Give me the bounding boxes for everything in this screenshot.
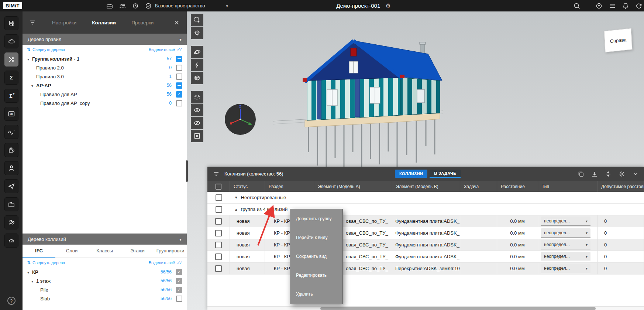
checkbox[interactable] <box>176 65 182 71</box>
caret-icon[interactable] <box>27 269 32 275</box>
menu-list-icon[interactable] <box>609 2 616 10</box>
duplicate-icon[interactable] <box>578 171 584 177</box>
checkbox[interactable] <box>176 287 182 293</box>
notifications-icon[interactable] <box>622 2 629 10</box>
tree-item[interactable]: Slab 56/56 <box>23 294 187 303</box>
column-element-a[interactable]: Элемент (Модель A) <box>314 181 392 192</box>
column-allowed-distance[interactable]: Допустимое расстояние <box>597 181 644 192</box>
dashboard-tool[interactable] <box>4 234 18 248</box>
collapse-icon[interactable] <box>235 207 237 212</box>
panel-resize-handle[interactable] <box>186 160 188 182</box>
team-icon[interactable] <box>119 2 126 10</box>
sum-add-tool[interactable]: Σ+ <box>4 89 18 103</box>
table-row[interactable]: новая КР - КР овая_СВС_по_ТУ_ Фундаментн… <box>207 239 644 251</box>
checkbox[interactable] <box>176 91 182 98</box>
caret-icon[interactable] <box>31 83 36 88</box>
plugins-tool[interactable] <box>4 143 18 157</box>
checkbox[interactable] <box>176 56 182 62</box>
select-window-icon[interactable] <box>191 14 203 26</box>
group-row-unsorted[interactable]: Неотсортированные <box>207 192 644 204</box>
menu-icon[interactable] <box>213 170 220 178</box>
collapse-tree-link[interactable]: Свернуть дерево <box>27 47 65 52</box>
row-checkbox[interactable] <box>215 218 222 225</box>
tree-item[interactable]: Правило 2.0 0 <box>23 63 187 72</box>
tab-layers[interactable]: Слои <box>55 245 88 258</box>
tab-collisions[interactable]: Коллизии <box>92 20 116 25</box>
row-checkbox[interactable] <box>215 253 222 260</box>
checkbox[interactable] <box>176 74 182 80</box>
caret-icon[interactable] <box>31 278 36 284</box>
tasks-icon[interactable] <box>145 2 152 10</box>
tree-item[interactable]: Правило 3.0 1 <box>23 72 187 81</box>
export-icon[interactable] <box>591 171 598 177</box>
tab-ifc[interactable]: IFC <box>23 245 55 258</box>
tab-checks[interactable]: Проверки <box>131 20 154 25</box>
viewport-3d[interactable]: Z Справа Коллизии (количество: 56) КОЛЛИ… <box>187 11 644 310</box>
type-select[interactable]: неопредел... <box>541 252 590 261</box>
clash-detection-tool[interactable] <box>4 52 18 67</box>
rules-tree-section-header[interactable]: Дерево правил <box>23 34 187 45</box>
cloud-tool[interactable] <box>4 34 18 48</box>
row-checkbox[interactable] <box>215 265 222 272</box>
show-icon[interactable] <box>191 104 203 116</box>
search-icon[interactable] <box>573 2 581 10</box>
app-logo[interactable]: BIMiT <box>3 2 22 9</box>
checkbox[interactable] <box>176 100 182 106</box>
column-section[interactable]: Раздел <box>265 181 314 192</box>
tree-item[interactable]: Группа коллизий - 1 57 <box>23 54 187 63</box>
column-task[interactable]: Задача <box>460 181 497 192</box>
checkbox[interactable] <box>176 269 182 275</box>
settings-icon[interactable] <box>619 171 625 177</box>
menu-item-save-view[interactable]: Сохранить вид <box>290 247 342 266</box>
2d-view-tool[interactable]: 2D <box>4 107 18 121</box>
tree-item[interactable]: Правило для АР 56 <box>23 90 187 99</box>
select-all-checkbox[interactable] <box>216 184 221 190</box>
send-tool[interactable] <box>4 179 18 193</box>
tab-classes[interactable]: Классы <box>88 245 121 258</box>
expand-icon[interactable] <box>235 195 237 200</box>
tree-item[interactable]: Правило для АР_copy 0 <box>23 99 187 108</box>
column-distance[interactable]: Расстояние <box>497 181 538 192</box>
workspace-select[interactable]: Базовое пространство <box>155 3 228 8</box>
checkbox[interactable] <box>176 296 182 302</box>
sync-icon[interactable] <box>635 2 643 10</box>
row-checkbox[interactable] <box>216 206 222 213</box>
checkbox[interactable] <box>176 278 182 284</box>
select-all-link[interactable]: Выделить всё <box>149 47 182 52</box>
type-select[interactable]: неопредел... <box>541 228 590 238</box>
collision-tree-section-header[interactable]: Дерево коллизий <box>23 234 187 245</box>
help-button[interactable]: ? <box>7 297 16 305</box>
tree-item[interactable]: Pile 56/56 <box>23 285 187 294</box>
focus-icon[interactable] <box>191 27 203 39</box>
menu-item-delete[interactable]: Удалить <box>290 285 342 304</box>
caret-icon[interactable] <box>27 56 32 62</box>
select-all-link[interactable]: Выделить всё <box>149 260 182 265</box>
filter-list-icon[interactable] <box>29 19 37 26</box>
menu-item-go-to-view[interactable]: Перейти к виду <box>290 228 342 247</box>
menu-item-edit[interactable]: Редактировать <box>290 266 342 285</box>
type-select[interactable]: неопредел... <box>541 240 590 249</box>
chart-tool[interactable] <box>4 125 18 139</box>
column-type[interactable]: Тип <box>538 181 597 192</box>
section-icon[interactable] <box>191 59 203 71</box>
tree-item[interactable]: 1 этаж 56/56 <box>23 276 187 285</box>
view-cube[interactable]: Справа <box>604 28 633 52</box>
user-location-tool[interactable] <box>4 215 18 229</box>
table-row[interactable]: новая КР - КР овая_СВС_по_ТУ_ Фундаментн… <box>207 227 644 239</box>
tab-groupings[interactable]: Группировки <box>154 245 187 258</box>
type-select[interactable]: неопредел... <box>541 217 590 226</box>
row-checkbox[interactable] <box>215 230 222 236</box>
collisions-toggle-button[interactable]: КОЛЛИЗИИ <box>395 170 427 178</box>
user-tool[interactable] <box>4 161 18 175</box>
table-row[interactable]: новая КР - КР овая_СВС_по_ТУ_ Перекрытие… <box>207 263 644 275</box>
orbit-icon[interactable] <box>191 46 203 58</box>
row-checkbox[interactable] <box>216 194 222 201</box>
isolate-icon[interactable] <box>191 91 203 103</box>
projects-tool[interactable] <box>4 197 18 211</box>
project-settings-icon[interactable] <box>385 2 390 9</box>
type-select[interactable]: неопредел... <box>541 264 590 273</box>
navigation-gizmo[interactable]: Z <box>224 103 257 136</box>
collapse-tree-link[interactable]: Свернуть дерево <box>27 260 65 265</box>
align-icon[interactable] <box>605 171 612 177</box>
tab-settings[interactable]: Настройки <box>52 20 76 25</box>
